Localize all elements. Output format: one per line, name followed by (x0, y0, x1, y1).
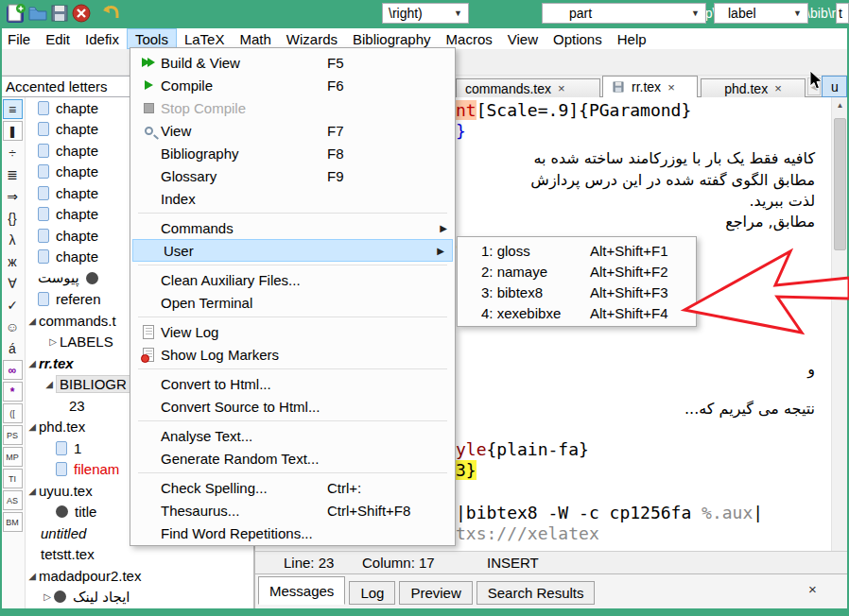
menu-math[interactable]: Math (232, 28, 278, 49)
menu-item-glossary[interactable]: GlossaryF9 (130, 164, 455, 187)
tab-rr-tex[interactable]: rr.tex × (602, 76, 698, 97)
tab-phd-tex[interactable]: phd.tex × (701, 78, 806, 97)
collapsed-icon[interactable]: ▷ (46, 336, 60, 347)
brackets-panel-icon[interactable]: ([ (3, 403, 23, 423)
tab-commands-tex[interactable]: commands.tex × (456, 78, 600, 97)
collapsed-icon[interactable]: ▷ (41, 591, 54, 602)
menu-item-user[interactable]: User ▶ (132, 239, 453, 262)
arrows-panel-icon[interactable]: ⇒ (3, 186, 23, 206)
cyrillic-panel-icon[interactable]: ж (3, 251, 23, 271)
clipped-combo[interactable]: t (836, 3, 849, 24)
menu-item-bibliography[interactable]: BibliographyF8 (130, 142, 455, 164)
braces-panel-icon[interactable]: {} (3, 208, 23, 228)
bookmarks-panel-icon[interactable]: ❚ (3, 121, 23, 141)
misc-symbols-panel-icon[interactable]: ☺ (3, 317, 23, 336)
math-divide-icon[interactable]: ÷ (3, 143, 23, 163)
metapost-panel-icon[interactable]: MP (3, 447, 23, 467)
status-line: Line: 23 (284, 555, 334, 571)
pstricks-panel-icon[interactable]: PS (3, 425, 23, 445)
math-delimiter-combo[interactable]: \right) ▼ (382, 3, 469, 24)
close-tab-icon[interactable]: × (558, 81, 565, 95)
save-icon[interactable] (49, 3, 70, 24)
expanded-icon[interactable]: ◢ (26, 316, 39, 326)
close-panel-icon[interactable]: × (808, 581, 817, 597)
structure-panel-icon[interactable]: ≡ (3, 99, 23, 119)
menu-idefix[interactable]: Idefix (78, 28, 127, 49)
menu-item-build-view[interactable]: Build & ViewF5 (130, 51, 455, 74)
tree-item-create-link[interactable]: ▷ایجاد لینک (26, 587, 253, 608)
scroll-up-icon[interactable]: ▲ (832, 97, 848, 113)
menu-separator (130, 418, 455, 424)
submenu-item-namaye[interactable]: 2: namayeAlt+Shift+F2 (458, 261, 696, 282)
code-line: } (456, 121, 466, 142)
menu-item-compile[interactable]: CompileF6 (130, 74, 455, 96)
open-icon[interactable] (27, 3, 48, 24)
operators-panel-icon[interactable]: ∀ (3, 273, 23, 293)
tab-preview[interactable]: Preview (399, 581, 472, 605)
expanded-icon[interactable]: ◢ (26, 358, 39, 368)
page-icon (38, 207, 49, 221)
expanded-icon[interactable]: ◢ (43, 379, 56, 389)
tree-item-madadpour2-tex[interactable]: ◢madadpour2.tex (26, 565, 253, 587)
tree-item-tetstt-tex[interactable]: tetstt.tex (26, 544, 253, 566)
menu-item-show-log-markers[interactable]: Show Log Markers (130, 343, 455, 366)
status-column: Column: 17 (362, 555, 435, 571)
tab-messages[interactable]: Messages (258, 576, 345, 605)
accents-panel-icon[interactable]: á (3, 338, 23, 358)
reference-combo[interactable]: label ▼ (714, 3, 808, 24)
menu-item-check-spelling[interactable]: Check Spelling...Ctrl+: (130, 476, 455, 499)
compile-icon (136, 80, 161, 90)
new-document-icon[interactable] (6, 3, 26, 24)
close-document-icon[interactable] (71, 3, 92, 24)
check-panel-icon[interactable]: ✓ (3, 295, 23, 315)
menu-item-open-terminal[interactable]: Open Terminal (130, 291, 455, 314)
menu-options[interactable]: Options (546, 28, 610, 49)
section-circle-icon (86, 272, 98, 284)
expanded-icon[interactable]: ◢ (26, 571, 39, 581)
expanded-icon[interactable]: ◢ (26, 486, 39, 496)
menu-item-commands[interactable]: Commands ▶ (130, 216, 455, 239)
infinity-panel-icon[interactable]: ∞ (3, 360, 23, 380)
menu-macros[interactable]: Macros (439, 28, 500, 49)
menu-latex[interactable]: LaTeX (177, 28, 233, 49)
close-tab-icon[interactable]: × (667, 80, 675, 94)
tools-menu-popup: Build & ViewF5 CompileF6 Stop Compile Vi… (130, 47, 456, 546)
persian-text-line: مطابق, مراجع (725, 213, 815, 231)
menu-wizards[interactable]: Wizards (279, 28, 345, 49)
close-tab-icon[interactable]: × (774, 81, 782, 95)
expanded-icon[interactable]: ◢ (26, 421, 39, 432)
tikz-panel-icon[interactable]: TI (3, 469, 23, 488)
tab-search-results[interactable]: Search Results (476, 581, 596, 605)
menu-item-find-word-repetitions[interactable]: Find Word Repetitions... (130, 522, 455, 544)
menu-item-thesaurus[interactable]: Thesaurus...Ctrl+Shift+F8 (130, 499, 455, 522)
menu-file[interactable]: File (0, 28, 38, 49)
menu-item-view[interactable]: ViewF7 (130, 119, 455, 142)
scrollbar-thumb[interactable] (834, 118, 846, 250)
tab-partial[interactable]: u (822, 76, 847, 97)
menu-item-generate-random-text[interactable]: Generate Random Text... (130, 447, 455, 470)
menu-item-convert-source-to-html[interactable]: Convert Source to Html... (130, 395, 455, 418)
submenu-item-gloss[interactable]: 1: glossAlt+Shift+F1 (458, 240, 696, 261)
beamer-panel-icon[interactable]: BM (3, 512, 23, 532)
undo-icon[interactable] (100, 3, 121, 24)
menu-item-analyse-text[interactable]: Analyse Text... (130, 424, 455, 447)
code-line: yle{plain-fa} (456, 439, 589, 460)
menu-edit[interactable]: Edit (38, 28, 78, 49)
menu-tools[interactable]: Tools (127, 28, 177, 49)
sectioning-combo[interactable]: part ▼ (542, 3, 706, 24)
menu-item-convert-to-html[interactable]: Convert to Html... (130, 372, 455, 395)
menu-item-view-log[interactable]: View Log (130, 320, 455, 343)
tab-log[interactable]: Log (349, 581, 395, 605)
menu-item-clean-auxiliary[interactable]: Clean Auxiliary Files... (130, 268, 455, 291)
lines-panel-icon[interactable]: ≣ (3, 164, 23, 184)
structure-filter-combo[interactable]: Accented letters (0, 76, 132, 97)
asterisk-panel-icon[interactable]: * (3, 382, 23, 402)
asymptote-panel-icon[interactable]: AS (3, 490, 23, 510)
submenu-item-xexebibxe[interactable]: 4: xexebibxeAlt+Shift+F4 (458, 302, 696, 323)
menu-view[interactable]: View (500, 28, 546, 49)
menu-item-index[interactable]: Index (130, 187, 455, 210)
menu-help[interactable]: Help (610, 28, 654, 49)
menu-bibliography[interactable]: Bibliography (345, 28, 439, 49)
greek-panel-icon[interactable]: λ (3, 230, 23, 249)
submenu-item-bibtex8[interactable]: 3: bibtex8Alt+Shift+F3 (458, 282, 696, 302)
